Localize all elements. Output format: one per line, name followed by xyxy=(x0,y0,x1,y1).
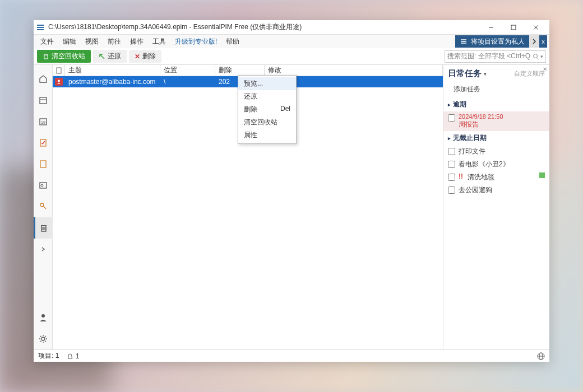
svg-point-23 xyxy=(41,314,45,318)
menu-help[interactable]: 帮助 xyxy=(221,36,244,48)
col-deleted[interactable]: 删除 xyxy=(215,65,265,76)
row-location: \ xyxy=(160,77,215,87)
section-overdue[interactable]: ▸逾期 xyxy=(443,97,549,111)
svg-line-17 xyxy=(43,206,46,209)
nav-notes[interactable] xyxy=(34,153,53,175)
status-reminders: 1 xyxy=(67,352,79,360)
toolbar: 清空回收站 还原 ✕ 删除 搜索范围: 全部字段 <Ctrl+Q ▾ xyxy=(34,48,549,65)
task-title: 清洗地毯 xyxy=(468,172,494,182)
collapse-icon: ▸ xyxy=(448,136,451,141)
svg-rect-8 xyxy=(40,97,47,104)
task-checkbox[interactable] xyxy=(448,174,455,181)
nav-tasks[interactable] xyxy=(34,132,53,153)
menu-go[interactable]: 前往 xyxy=(103,36,126,48)
task-checkbox[interactable] xyxy=(448,161,455,168)
maximize-button[interactable] xyxy=(502,21,525,34)
titlebar: C:\Users\18181\Desktop\temp.34A06449.epi… xyxy=(34,20,549,35)
promo-banner[interactable]: 将项目设置为私人 xyxy=(455,35,529,48)
search-placeholder: 搜索范围: 全部字段 <Ctrl+Q xyxy=(447,52,530,61)
globe-icon[interactable] xyxy=(537,352,545,360)
task-title: 去公园遛狗 xyxy=(459,185,492,195)
panel-close-button[interactable]: ✕ xyxy=(542,65,548,73)
minimize-button[interactable] xyxy=(480,21,502,34)
svg-point-24 xyxy=(41,337,45,340)
col-modified[interactable]: 修改 xyxy=(265,65,443,76)
delete-button[interactable]: ✕ 删除 xyxy=(129,50,161,63)
task-title: 打印文件 xyxy=(459,147,485,156)
nav-settings[interactable] xyxy=(34,328,53,349)
nav-passwords[interactable] xyxy=(34,196,53,217)
col-location[interactable]: 位置 xyxy=(160,65,215,76)
section-nodue[interactable]: ▸无截止日期 xyxy=(443,131,549,145)
menu-view[interactable]: 视图 xyxy=(81,36,103,48)
statusbar: 项目: 1 1 xyxy=(34,349,549,362)
right-panel: ✕ 日常任务▾ 自定义顺序 添加任务 ▸逾期 2024/9/18 21:50 周… xyxy=(443,65,549,349)
nav-user[interactable] xyxy=(34,307,53,328)
svg-point-6 xyxy=(534,54,538,58)
ctx-delete[interactable]: 删除Del xyxy=(238,103,296,116)
restore-button[interactable]: 还原 xyxy=(93,50,127,63)
contact-icon xyxy=(55,78,63,86)
promo-text: 将项目设置为私人 xyxy=(471,37,525,46)
menu-edit[interactable]: 编辑 xyxy=(58,36,81,48)
task-item-overdue[interactable]: 2024/9/18 21:50 周报告 xyxy=(443,111,549,131)
ctx-restore[interactable]: 还原 xyxy=(238,90,296,103)
svg-line-7 xyxy=(537,58,539,59)
empty-trash-button[interactable]: 清空回收站 xyxy=(37,50,91,63)
svg-rect-25 xyxy=(57,68,61,73)
task-title: 周报告 xyxy=(459,120,545,129)
ctx-preview[interactable]: 预览... xyxy=(238,77,296,90)
app-logo-icon xyxy=(36,23,45,32)
promo-next-button[interactable] xyxy=(529,35,539,48)
status-item-count: 项目: 1 xyxy=(38,351,59,361)
ctx-empty[interactable]: 清空回收站 xyxy=(238,116,296,129)
close-button[interactable] xyxy=(525,21,547,34)
nav-calendar[interactable] xyxy=(34,90,53,111)
task-date: 2024/9/18 21:50 xyxy=(459,113,545,120)
color-tag xyxy=(539,172,545,178)
menu-file[interactable]: 文件 xyxy=(36,36,58,48)
menubar: 文件 编辑 视图 前往 操作 工具 升级到专业版! 帮助 将项目设置为私人 x xyxy=(34,35,549,48)
menu-actions[interactable]: 操作 xyxy=(126,36,148,48)
app-window: C:\Users\18181\Desktop\temp.34A06449.epi… xyxy=(34,20,549,362)
column-headers: 主题 位置 删除 修改 xyxy=(53,65,443,76)
row-subject: postmaster@alibaba-inc.com xyxy=(65,77,160,87)
col-icon[interactable] xyxy=(53,65,65,76)
context-menu: 预览... 还原 删除Del 清空回收站 属性 xyxy=(238,75,297,144)
task-item[interactable]: 看电影《小丑2》 xyxy=(443,158,549,171)
collapse-icon: ▸ xyxy=(448,102,451,108)
svg-rect-1 xyxy=(511,25,516,30)
panel-title[interactable]: 日常任务▾ xyxy=(448,68,487,79)
task-checkbox[interactable] xyxy=(448,186,455,194)
nav-today[interactable] xyxy=(34,68,53,90)
task-item[interactable]: !! 清洗地毯 xyxy=(443,171,549,184)
task-item[interactable]: 去公园遛狗 xyxy=(443,184,549,197)
svg-point-26 xyxy=(58,80,60,82)
task-item[interactable]: 打印文件 xyxy=(443,145,549,158)
promo-close-button[interactable]: x xyxy=(539,35,547,48)
promo-logo-icon xyxy=(460,38,468,45)
nav-expand[interactable] xyxy=(34,239,53,260)
task-checkbox[interactable] xyxy=(448,148,455,155)
ctx-properties[interactable]: 属性 xyxy=(238,129,296,142)
priority-icon: !! xyxy=(459,172,463,180)
chevron-down-icon: ▾ xyxy=(484,71,487,77)
menu-tools[interactable]: 工具 xyxy=(148,36,170,48)
restore-icon xyxy=(99,53,105,60)
svg-text:19: 19 xyxy=(41,120,45,124)
add-task-link[interactable]: 添加任务 xyxy=(443,81,549,97)
nav-trash[interactable] xyxy=(34,217,53,239)
svg-point-15 xyxy=(41,184,43,186)
search-dropdown-icon[interactable]: ▾ xyxy=(540,54,543,59)
nav-contacts[interactable] xyxy=(34,175,53,196)
menu-upgrade[interactable]: 升级到专业版! xyxy=(170,36,221,48)
task-title: 看电影《小丑2》 xyxy=(459,160,510,169)
left-sidebar: 19 xyxy=(34,65,53,349)
nav-schedule[interactable]: 19 xyxy=(34,111,53,132)
col-subject[interactable]: 主题 xyxy=(65,65,160,76)
svg-rect-4 xyxy=(44,55,48,59)
search-icon xyxy=(533,53,539,60)
custom-order-link[interactable]: 自定义顺序 xyxy=(514,69,545,78)
task-checkbox[interactable] xyxy=(448,114,455,122)
search-input[interactable]: 搜索范围: 全部字段 <Ctrl+Q ▾ xyxy=(445,50,546,63)
